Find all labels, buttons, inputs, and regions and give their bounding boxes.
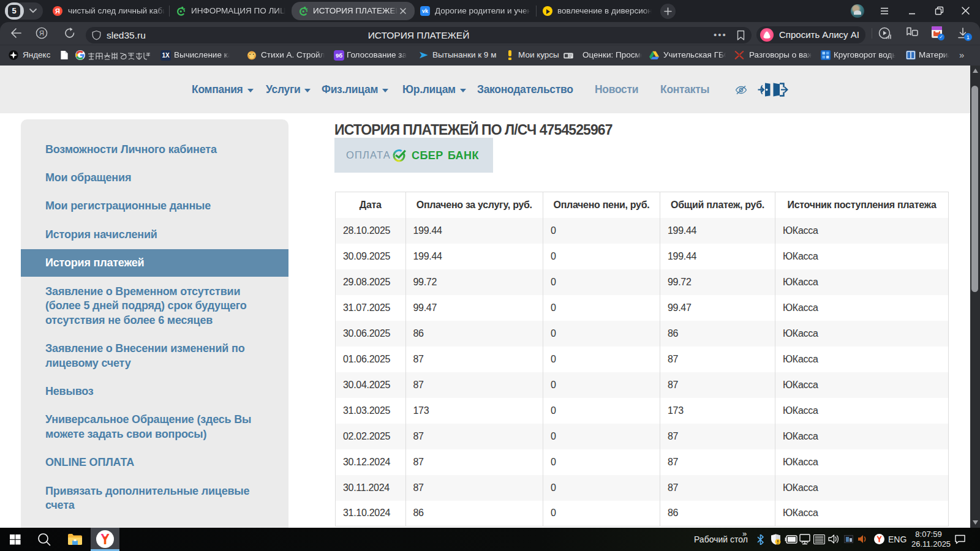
svg-text:Я: Я [39,29,44,37]
